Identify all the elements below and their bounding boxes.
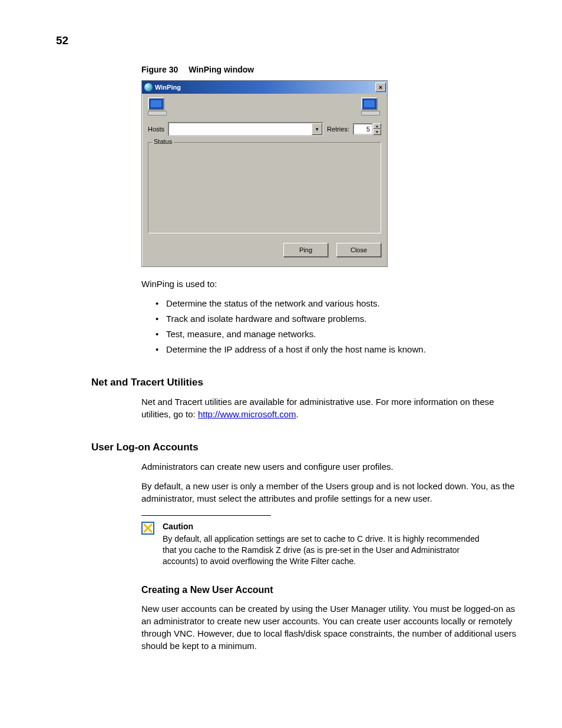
retries-label: Retries: [327, 126, 349, 133]
spin-up-icon[interactable]: ▲ [373, 123, 381, 129]
hosts-label: Hosts [148, 126, 164, 133]
target-computer-icon [361, 97, 381, 115]
microsoft-link[interactable]: http://www.microsoft.com [198, 409, 296, 419]
winping-window: WinPing × Hosts ▼ [141, 80, 388, 267]
net-text-after: . [296, 409, 299, 419]
caution-block: Caution By default, all application sett… [141, 522, 483, 567]
bullet-list: Determine the status of the network and … [144, 297, 524, 355]
source-computer-icon [148, 97, 168, 115]
net-paragraph: Net and Tracert utilities are available … [141, 396, 524, 420]
close-icon[interactable]: × [375, 83, 386, 92]
section-heading-create: Creating a New User Account [141, 585, 524, 595]
status-group: Status [148, 142, 381, 233]
status-label: Status [152, 138, 174, 145]
app-icon [144, 83, 153, 91]
section-heading-net: Net and Tracert Utilities [91, 377, 524, 388]
ping-button[interactable]: Ping [283, 243, 328, 257]
hosts-combobox[interactable]: ▼ [168, 122, 323, 136]
section-heading-user: User Log-on Accounts [91, 442, 524, 453]
caution-body: By default, all application settings are… [163, 533, 483, 567]
retries-input[interactable] [353, 123, 373, 135]
titlebar: WinPing × [142, 81, 387, 94]
list-item: Test, measure, and manage networks. [156, 328, 524, 340]
spin-down-icon[interactable]: ▼ [373, 129, 381, 135]
retries-stepper[interactable]: ▲ ▼ [353, 123, 381, 135]
net-text-before: Net and Tracert utilities are available … [141, 397, 494, 419]
hosts-input[interactable] [169, 123, 312, 135]
caution-title: Caution [163, 522, 483, 531]
caution-icon [141, 522, 154, 535]
list-item: Determine the status of the network and … [156, 297, 524, 309]
page-number: 52 [56, 34, 524, 47]
figure-caption: Figure 30 WinPing window [141, 65, 524, 74]
caution-rule [141, 515, 271, 516]
figure-title: WinPing window [189, 65, 254, 74]
user-p1: Administrators can create new users and … [141, 460, 524, 473]
list-item: Track and isolate hardware and software … [156, 312, 524, 325]
list-item: Determine the IP address of a host if on… [156, 343, 524, 355]
chevron-down-icon[interactable]: ▼ [312, 123, 322, 135]
window-title: WinPing [155, 84, 181, 91]
create-p1: New user accounts can be created by usin… [141, 602, 524, 652]
close-button[interactable]: Close [336, 243, 381, 257]
user-p2: By default, a new user is only a member … [141, 480, 524, 505]
figure-label: Figure 30 [141, 65, 178, 74]
intro-line: WinPing is used to: [141, 278, 524, 290]
